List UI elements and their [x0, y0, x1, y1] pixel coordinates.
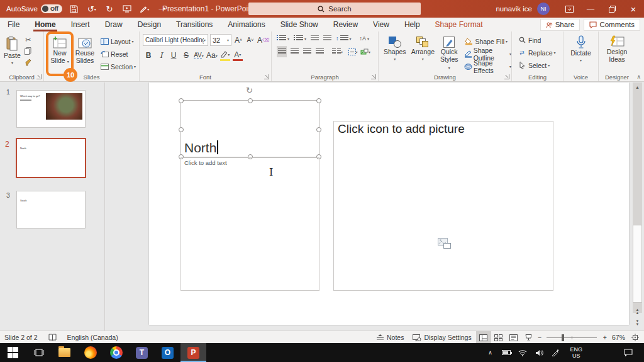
thumbnail-2[interactable]: North	[16, 138, 86, 178]
shrink-font-button[interactable]: A˅	[245, 35, 255, 46]
fit-slide-to-window-button[interactable]	[628, 331, 643, 344]
align-right-button[interactable]	[302, 46, 312, 57]
clipboard-dialog-launcher[interactable]	[36, 74, 42, 79]
cut-icon[interactable]: ✂	[23, 35, 33, 45]
tab-shape-format[interactable]: Shape Format	[428, 18, 491, 31]
picture-placeholder[interactable]: Click icon to add picture	[333, 121, 553, 291]
tab-draw[interactable]: Draw	[97, 18, 130, 31]
replace-button[interactable]: ⇄ Replace▾	[517, 47, 563, 58]
firefox-button[interactable]	[77, 343, 103, 362]
align-left-button[interactable]	[277, 46, 287, 57]
chrome-button[interactable]	[103, 343, 129, 362]
paragraph-dialog-launcher[interactable]	[371, 74, 376, 79]
slide-sorter-view-button[interactable]	[491, 331, 506, 344]
bold-button[interactable]: B	[143, 50, 153, 61]
font-size-select[interactable]: 32 ▾	[210, 34, 231, 46]
text-highlight-button[interactable]: ▾	[220, 50, 230, 61]
start-slideshow-icon[interactable]	[121, 3, 133, 14]
share-button[interactable]: Share	[540, 19, 580, 31]
ribbon-display-options-icon[interactable]	[558, 0, 580, 18]
tab-home[interactable]: Home	[27, 18, 63, 31]
dictate-button[interactable]: Dictate ▾	[564, 31, 598, 71]
content-placeholder-prompt[interactable]: Click to add text	[184, 159, 227, 166]
change-case-button[interactable]: Aa▾	[206, 50, 218, 61]
battery-icon[interactable]	[499, 343, 513, 362]
tab-insert[interactable]: Insert	[64, 18, 97, 31]
line-spacing-button[interactable]: ↕▾	[336, 35, 352, 42]
shapes-button[interactable]: Shapes ▾	[384, 33, 406, 72]
tab-slide-show[interactable]: Slide Show	[273, 18, 326, 31]
find-button[interactable]: Find	[517, 35, 563, 45]
strikethrough-button[interactable]: S	[181, 50, 191, 61]
bullets-button[interactable]: ▾	[277, 35, 289, 42]
thumbnail-3[interactable]: South	[16, 191, 86, 229]
wifi-icon[interactable]	[516, 343, 530, 362]
redo-icon[interactable]: ↻	[104, 3, 115, 14]
slide-canvas[interactable]: ↻ North Click to add text Click icon to …	[149, 82, 629, 325]
normal-view-button[interactable]	[476, 331, 491, 344]
previous-slide-button[interactable]: ▲▲	[633, 307, 642, 317]
outlook-button[interactable]: O	[155, 343, 180, 362]
speaker-icon[interactable]	[532, 343, 546, 362]
language-indicator[interactable]: English (Canada)	[63, 331, 123, 344]
teams-button[interactable]: T	[129, 343, 155, 362]
search-input[interactable]: Search	[248, 3, 421, 15]
vertical-scrollbar-thumb[interactable]	[633, 225, 642, 303]
reuse-slides-button[interactable]: Reuse Slides	[74, 33, 96, 72]
zoom-percent[interactable]: 67%	[609, 331, 628, 344]
close-button[interactable]: ×	[623, 0, 644, 18]
character-spacing-button[interactable]: AV▾	[194, 50, 204, 61]
paste-button[interactable]: Paste ▾	[4, 33, 21, 72]
thumbnail-1[interactable]: Which way to go?	[16, 90, 86, 128]
powerpoint-taskbar-button[interactable]: P	[180, 343, 206, 362]
section-button[interactable]: Section▾	[99, 61, 136, 72]
save-icon[interactable]	[69, 3, 80, 14]
columns-button[interactable]: ▾	[332, 46, 343, 57]
comments-button[interactable]: Comments	[584, 19, 640, 31]
shape-effects-button[interactable]: Shape Effects▾	[464, 61, 511, 72]
language-switcher[interactable]: ENG US	[565, 346, 587, 359]
increase-indent-button[interactable]	[323, 35, 331, 42]
scroll-up-arrow[interactable]: ▲	[633, 82, 642, 91]
tab-help[interactable]: Help	[397, 18, 428, 31]
format-painter-icon[interactable]	[23, 57, 33, 67]
slide-title-text[interactable]: North	[184, 140, 218, 156]
next-slide-button[interactable]: ▼▼	[633, 318, 642, 328]
select-button[interactable]: Select▾	[517, 60, 563, 71]
zoom-out-button[interactable]: −	[536, 331, 543, 344]
picture-placeholder-prompt[interactable]: Click icon to add picture	[338, 122, 465, 136]
numbering-button[interactable]: ▾	[294, 35, 306, 42]
font-dialog-launcher[interactable]	[264, 74, 269, 79]
align-text-button[interactable]: ▾	[348, 46, 358, 57]
spell-check-button[interactable]	[42, 331, 63, 344]
restore-button[interactable]	[601, 0, 623, 18]
insert-picture-icon[interactable]	[438, 238, 452, 249]
layout-button[interactable]: Layout▾	[99, 36, 136, 47]
drawing-dialog-launcher[interactable]	[504, 74, 509, 79]
file-explorer-button[interactable]	[52, 343, 77, 362]
arrange-button[interactable]: Arrange ▾	[411, 33, 435, 72]
justify-button[interactable]	[314, 46, 325, 57]
pen-icon[interactable]	[548, 343, 562, 362]
reset-button[interactable]: Reset	[99, 48, 136, 59]
notes-button[interactable]: Notes	[372, 331, 408, 344]
display-settings-button[interactable]: Display Settings	[408, 331, 475, 344]
undo-icon[interactable]: ↺▾	[86, 3, 97, 14]
action-center-icon[interactable]	[621, 343, 635, 362]
reading-view-button[interactable]	[506, 331, 521, 344]
content-placeholder[interactable]: Click to add text	[180, 157, 319, 291]
design-ideas-button[interactable]: Design Ideas	[599, 31, 635, 71]
shape-fill-button[interactable]: Shape Fill▾	[464, 36, 511, 47]
copy-icon[interactable]	[23, 46, 33, 56]
tab-transitions[interactable]: Transitions	[169, 18, 220, 31]
zoom-slider[interactable]	[547, 337, 597, 338]
text-direction-button[interactable]: ↕A▾	[360, 35, 370, 42]
resize-handle-w[interactable]	[179, 127, 184, 132]
collapse-ribbon-icon[interactable]: ∧	[636, 74, 641, 80]
slideshow-view-button[interactable]	[521, 331, 536, 344]
tab-animations[interactable]: Animations	[220, 18, 272, 31]
user-name[interactable]: nunavik ice	[496, 5, 532, 13]
minimize-button[interactable]: —	[580, 0, 601, 18]
autosave-toggle[interactable]: AutoSave Off	[6, 4, 62, 13]
quick-styles-button[interactable]: Quick Styles ▾	[440, 33, 458, 72]
